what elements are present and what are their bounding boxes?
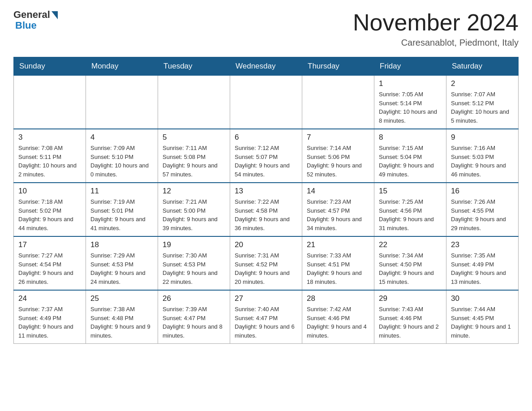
title-section: November 2024 Caresanablot, Piedmont, It… — [353, 9, 519, 48]
day-number: 2 — [451, 79, 514, 88]
calendar-cell: 12Sunrise: 7:21 AM Sunset: 5:00 PM Dayli… — [158, 183, 230, 236]
week-row-1: 1Sunrise: 7:05 AM Sunset: 5:14 PM Daylig… — [14, 76, 519, 129]
column-header-saturday: Saturday — [446, 57, 519, 76]
calendar-cell — [86, 76, 158, 129]
calendar-cell: 16Sunrise: 7:26 AM Sunset: 4:55 PM Dayli… — [446, 183, 519, 236]
day-number: 8 — [379, 133, 442, 142]
calendar-cell: 10Sunrise: 7:18 AM Sunset: 5:02 PM Dayli… — [14, 183, 86, 236]
day-info: Sunrise: 7:22 AM Sunset: 4:58 PM Dayligh… — [235, 197, 297, 232]
day-number: 16 — [451, 187, 514, 196]
calendar-cell: 1Sunrise: 7:05 AM Sunset: 5:14 PM Daylig… — [374, 76, 446, 129]
calendar-cell — [230, 76, 302, 129]
day-number: 11 — [90, 187, 153, 196]
calendar-header-row: SundayMondayTuesdayWednesdayThursdayFrid… — [14, 57, 519, 76]
calendar-cell — [158, 76, 230, 129]
calendar-cell — [14, 76, 86, 129]
day-number: 14 — [307, 187, 369, 196]
day-info: Sunrise: 7:33 AM Sunset: 4:51 PM Dayligh… — [307, 251, 369, 286]
day-info: Sunrise: 7:39 AM Sunset: 4:47 PM Dayligh… — [163, 305, 225, 340]
day-info: Sunrise: 7:34 AM Sunset: 4:50 PM Dayligh… — [379, 251, 442, 286]
logo-blue-text: Blue — [13, 20, 37, 31]
column-header-friday: Friday — [374, 57, 446, 76]
day-info: Sunrise: 7:07 AM Sunset: 5:12 PM Dayligh… — [451, 90, 514, 125]
day-info: Sunrise: 7:29 AM Sunset: 4:53 PM Dayligh… — [90, 251, 153, 286]
day-number: 10 — [18, 187, 81, 196]
calendar-cell: 15Sunrise: 7:25 AM Sunset: 4:56 PM Dayli… — [374, 183, 446, 236]
calendar-cell: 3Sunrise: 7:08 AM Sunset: 5:11 PM Daylig… — [14, 129, 86, 183]
day-info: Sunrise: 7:08 AM Sunset: 5:11 PM Dayligh… — [18, 144, 81, 179]
calendar-cell: 7Sunrise: 7:14 AM Sunset: 5:06 PM Daylig… — [302, 129, 374, 183]
day-number: 23 — [451, 240, 514, 249]
column-header-wednesday: Wednesday — [230, 57, 302, 76]
day-number: 28 — [307, 294, 369, 303]
calendar-cell: 2Sunrise: 7:07 AM Sunset: 5:12 PM Daylig… — [446, 76, 519, 129]
day-info: Sunrise: 7:37 AM Sunset: 4:49 PM Dayligh… — [18, 305, 81, 340]
calendar-cell: 29Sunrise: 7:43 AM Sunset: 4:46 PM Dayli… — [374, 290, 446, 344]
day-info: Sunrise: 7:35 AM Sunset: 4:49 PM Dayligh… — [451, 251, 514, 286]
day-number: 18 — [90, 240, 153, 249]
day-info: Sunrise: 7:14 AM Sunset: 5:06 PM Dayligh… — [307, 144, 369, 179]
day-info: Sunrise: 7:43 AM Sunset: 4:46 PM Dayligh… — [379, 305, 442, 340]
day-number: 12 — [163, 187, 225, 196]
day-number: 21 — [307, 240, 369, 249]
logo: General Blue — [13, 9, 58, 31]
calendar-cell: 23Sunrise: 7:35 AM Sunset: 4:49 PM Dayli… — [446, 236, 519, 290]
calendar-cell: 19Sunrise: 7:30 AM Sunset: 4:53 PM Dayli… — [158, 236, 230, 290]
calendar-cell — [302, 76, 374, 129]
day-number: 4 — [90, 133, 153, 142]
calendar-cell: 5Sunrise: 7:11 AM Sunset: 5:08 PM Daylig… — [158, 129, 230, 183]
day-number: 19 — [163, 240, 225, 249]
day-info: Sunrise: 7:38 AM Sunset: 4:48 PM Dayligh… — [90, 305, 153, 340]
day-info: Sunrise: 7:26 AM Sunset: 4:55 PM Dayligh… — [451, 197, 514, 232]
day-number: 27 — [235, 294, 297, 303]
day-number: 15 — [379, 187, 442, 196]
day-number: 29 — [379, 294, 442, 303]
calendar-cell: 18Sunrise: 7:29 AM Sunset: 4:53 PM Dayli… — [86, 236, 158, 290]
week-row-2: 3Sunrise: 7:08 AM Sunset: 5:11 PM Daylig… — [14, 129, 519, 183]
day-number: 1 — [379, 79, 442, 88]
day-info: Sunrise: 7:15 AM Sunset: 5:04 PM Dayligh… — [379, 144, 442, 179]
day-number: 13 — [235, 187, 297, 196]
logo-general-text: General — [13, 9, 50, 21]
calendar-cell: 20Sunrise: 7:31 AM Sunset: 4:52 PM Dayli… — [230, 236, 302, 290]
month-title: November 2024 — [353, 9, 519, 36]
day-number: 20 — [235, 240, 297, 249]
week-row-5: 24Sunrise: 7:37 AM Sunset: 4:49 PM Dayli… — [14, 290, 519, 344]
day-info: Sunrise: 7:42 AM Sunset: 4:46 PM Dayligh… — [307, 305, 369, 340]
calendar-cell: 25Sunrise: 7:38 AM Sunset: 4:48 PM Dayli… — [86, 290, 158, 344]
day-info: Sunrise: 7:16 AM Sunset: 5:03 PM Dayligh… — [451, 144, 514, 179]
location-subtitle: Caresanablot, Piedmont, Italy — [353, 38, 519, 48]
day-number: 26 — [163, 294, 225, 303]
day-number: 9 — [451, 133, 514, 142]
day-info: Sunrise: 7:19 AM Sunset: 5:01 PM Dayligh… — [90, 197, 153, 232]
day-info: Sunrise: 7:05 AM Sunset: 5:14 PM Dayligh… — [379, 90, 442, 125]
column-header-sunday: Sunday — [14, 57, 86, 76]
day-number: 30 — [451, 294, 514, 303]
calendar-cell: 11Sunrise: 7:19 AM Sunset: 5:01 PM Dayli… — [86, 183, 158, 236]
day-number: 22 — [379, 240, 442, 249]
day-number: 25 — [90, 294, 153, 303]
day-info: Sunrise: 7:44 AM Sunset: 4:45 PM Dayligh… — [451, 305, 514, 340]
calendar-cell: 8Sunrise: 7:15 AM Sunset: 5:04 PM Daylig… — [374, 129, 446, 183]
calendar-cell: 17Sunrise: 7:27 AM Sunset: 4:54 PM Dayli… — [14, 236, 86, 290]
day-info: Sunrise: 7:31 AM Sunset: 4:52 PM Dayligh… — [235, 251, 297, 286]
day-info: Sunrise: 7:11 AM Sunset: 5:08 PM Dayligh… — [163, 144, 225, 179]
day-info: Sunrise: 7:40 AM Sunset: 4:47 PM Dayligh… — [235, 305, 297, 340]
calendar-cell: 26Sunrise: 7:39 AM Sunset: 4:47 PM Dayli… — [158, 290, 230, 344]
day-info: Sunrise: 7:27 AM Sunset: 4:54 PM Dayligh… — [18, 251, 81, 286]
calendar-cell: 28Sunrise: 7:42 AM Sunset: 4:46 PM Dayli… — [302, 290, 374, 344]
logo-arrow-icon — [51, 11, 58, 19]
day-number: 24 — [18, 294, 81, 303]
calendar-cell: 21Sunrise: 7:33 AM Sunset: 4:51 PM Dayli… — [302, 236, 374, 290]
day-info: Sunrise: 7:18 AM Sunset: 5:02 PM Dayligh… — [18, 197, 81, 232]
calendar-cell: 24Sunrise: 7:37 AM Sunset: 4:49 PM Dayli… — [14, 290, 86, 344]
week-row-3: 10Sunrise: 7:18 AM Sunset: 5:02 PM Dayli… — [14, 183, 519, 236]
calendar-cell: 14Sunrise: 7:23 AM Sunset: 4:57 PM Dayli… — [302, 183, 374, 236]
calendar-cell: 4Sunrise: 7:09 AM Sunset: 5:10 PM Daylig… — [86, 129, 158, 183]
calendar-cell: 22Sunrise: 7:34 AM Sunset: 4:50 PM Dayli… — [374, 236, 446, 290]
day-info: Sunrise: 7:12 AM Sunset: 5:07 PM Dayligh… — [235, 144, 297, 179]
day-number: 17 — [18, 240, 81, 249]
column-header-tuesday: Tuesday — [158, 57, 230, 76]
calendar-cell: 13Sunrise: 7:22 AM Sunset: 4:58 PM Dayli… — [230, 183, 302, 236]
calendar-table: SundayMondayTuesdayWednesdayThursdayFrid… — [13, 57, 519, 344]
